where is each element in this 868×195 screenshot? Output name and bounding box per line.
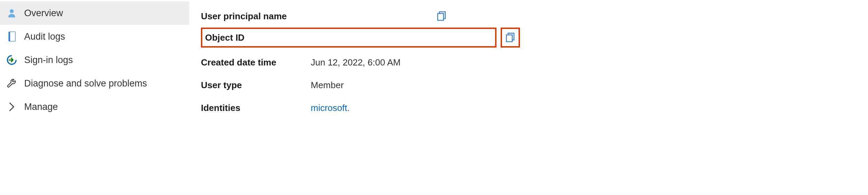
property-row-objectid: Object ID <box>201 28 496 48</box>
copy-icon[interactable] <box>436 10 447 22</box>
property-row-identities: Identities microsoft. <box>201 96 868 119</box>
chevron-right-icon <box>6 101 17 112</box>
sidebar-item-manage[interactable]: Manage <box>0 95 189 119</box>
property-value: Member <box>311 80 344 91</box>
signin-icon <box>6 54 17 65</box>
notebook-icon <box>6 31 17 42</box>
wrench-icon <box>6 78 17 89</box>
identities-link[interactable]: microsoft. <box>311 103 350 113</box>
sidebar-item-diagnose[interactable]: Diagnose and solve problems <box>0 72 189 95</box>
copy-objectid-button[interactable] <box>501 28 520 48</box>
property-row-usertype: User type Member <box>201 74 868 96</box>
sidebar-item-signin-logs[interactable]: Sign-in logs <box>0 48 189 72</box>
sidebar-item-label: Sign-in logs <box>24 55 73 65</box>
property-row-upn: User principal name <box>201 5 868 28</box>
sidebar-item-label: Overview <box>24 8 63 19</box>
sidebar-item-audit-logs[interactable]: Audit logs <box>0 25 189 48</box>
svg-point-0 <box>10 9 13 13</box>
sidebar-item-label: Diagnose and solve problems <box>24 78 147 89</box>
property-label: User type <box>201 80 311 91</box>
sidebar-item-label: Manage <box>24 102 58 112</box>
sidebar-item-overview[interactable]: Overview <box>0 1 189 25</box>
svg-rect-7 <box>507 35 512 42</box>
sidebar: Overview Audit logs Sign-in logs Diagnos… <box>0 0 189 195</box>
svg-rect-2 <box>10 32 15 41</box>
svg-rect-3 <box>9 32 10 41</box>
property-row-created: Created date time Jun 12, 2022, 6:00 AM <box>201 51 868 74</box>
property-label: Identities <box>201 103 311 113</box>
property-value: Jun 12, 2022, 6:00 AM <box>311 57 401 68</box>
property-label: Object ID <box>205 32 312 43</box>
sidebar-item-label: Audit logs <box>24 31 65 42</box>
svg-rect-5 <box>438 13 444 20</box>
property-row-objectid-container: Object ID <box>201 28 868 51</box>
copy-icon <box>504 32 516 43</box>
main-content: User principal name Object ID Created da… <box>189 0 868 195</box>
person-icon <box>6 8 17 19</box>
property-label: Created date time <box>201 57 311 68</box>
property-label: User principal name <box>201 11 311 22</box>
